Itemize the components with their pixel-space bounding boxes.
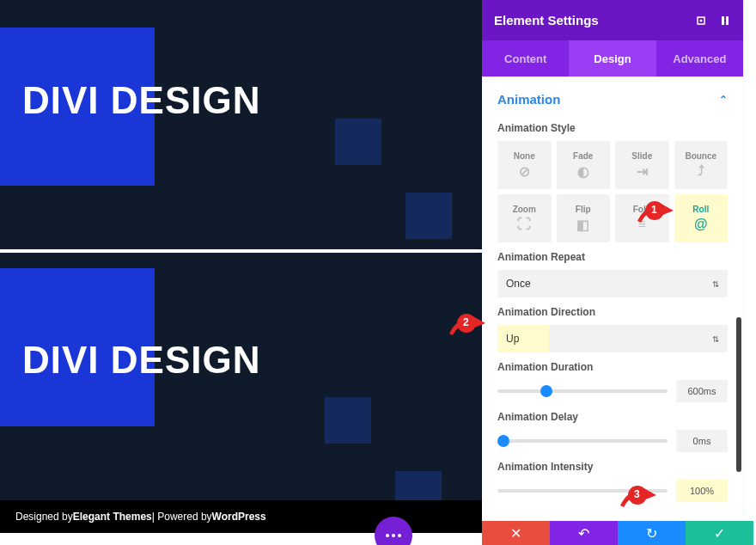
check-icon: ✓ (714, 525, 725, 542)
action-bar: ✕ ↶ ↻ ✓ (482, 521, 753, 545)
panel-body: Animation ⌃ Animation Style None⊘ Fade◐ … (482, 77, 743, 533)
decor-square (335, 119, 381, 165)
preview-block-2: DIVI DESIGN (0, 253, 482, 502)
bounce-icon: ⤴ (698, 163, 704, 179)
slider-animation-duration[interactable]: 600ms (497, 380, 728, 402)
slider-animation-intensity[interactable]: 100% (497, 480, 728, 502)
label-animation-duration: Animation Duration (497, 361, 728, 373)
style-zoom[interactable]: Zoom⛶ (497, 194, 552, 242)
dots-icon (386, 534, 401, 537)
style-none[interactable]: None⊘ (497, 141, 552, 189)
panel-header: Element Settings (482, 0, 743, 40)
slider-value[interactable]: 600ms (676, 380, 728, 402)
slider-track[interactable] (497, 389, 668, 393)
label-animation-direction: Animation Direction (497, 306, 728, 318)
animation-style-grid: None⊘ Fade◐ Slide⇥ Bounce⤴ Zoom⛶ Flip◧ F… (497, 141, 728, 242)
svg-point-1 (700, 19, 703, 21)
decor-square (405, 193, 452, 239)
callout-1: 1 (636, 193, 684, 228)
label-animation-intensity: Animation Intensity (497, 461, 728, 473)
snap-icon[interactable] (719, 15, 731, 27)
chevron-up-icon: ⌃ (719, 94, 728, 106)
roll-icon: @ (694, 217, 708, 232)
undo-button[interactable]: ↶ (550, 521, 618, 545)
select-arrows-icon: ⇅ (712, 334, 719, 344)
decor-square (325, 397, 371, 444)
redo-icon: ↻ (646, 525, 657, 542)
tabs: Content Design Advanced (482, 40, 743, 77)
section-toggle-animation[interactable]: Animation ⌃ (497, 89, 728, 113)
panel-title: Element Settings (494, 13, 599, 28)
hero-text: DIVI DESIGN (22, 339, 261, 382)
footer-text: Designed by (15, 511, 73, 523)
slide-icon: ⇥ (637, 163, 648, 180)
preview-canvas: DIVI DESIGN DIVI DESIGN (0, 0, 482, 500)
select-animation-repeat[interactable]: Once ⇅ (497, 270, 728, 297)
label-animation-repeat: Animation Repeat (497, 251, 728, 263)
zoom-icon: ⛶ (517, 217, 531, 232)
style-slide[interactable]: Slide⇥ (615, 141, 669, 189)
footer-brand: Elegant Themes (73, 511, 152, 523)
label-animation-delay: Animation Delay (497, 411, 728, 423)
footer-brand: WordPress (212, 511, 266, 523)
callout-3: 3 (619, 478, 667, 512)
tab-advanced[interactable]: Advanced (656, 40, 743, 77)
slider-thumb[interactable] (497, 435, 509, 447)
slider-value[interactable]: 0ms (676, 430, 728, 452)
expand-icon[interactable] (695, 15, 707, 27)
style-bounce[interactable]: Bounce⤴ (674, 141, 729, 189)
undo-icon: ↶ (578, 525, 589, 542)
tab-design[interactable]: Design (569, 40, 655, 77)
select-arrows-icon: ⇅ (712, 279, 719, 289)
fade-icon: ◐ (577, 163, 589, 180)
preview-block-1: DIVI DESIGN (0, 0, 482, 249)
footer-text: | Powered by (152, 511, 212, 523)
slider-track[interactable] (497, 439, 668, 443)
discard-button[interactable]: ✕ (482, 521, 550, 545)
slider-thumb[interactable] (540, 385, 552, 397)
save-button[interactable]: ✓ (686, 521, 753, 545)
settings-panel: Element Settings Content Design Advanced… (482, 0, 743, 533)
select-animation-direction[interactable]: Up ⇅ (497, 325, 728, 352)
style-fade[interactable]: Fade◐ (557, 141, 611, 189)
flip-icon: ◧ (576, 217, 589, 233)
close-icon: ✕ (510, 525, 521, 542)
section-title: Animation (497, 92, 560, 107)
slider-animation-delay[interactable]: 0ms (497, 430, 728, 452)
style-flip[interactable]: Flip◧ (557, 194, 611, 242)
redo-button[interactable]: ↻ (618, 521, 686, 545)
label-animation-style: Animation Style (497, 122, 728, 134)
svg-rect-2 (722, 16, 724, 25)
none-icon: ⊘ (519, 163, 530, 180)
panel-scrollbar[interactable] (736, 317, 741, 472)
hero-text: DIVI DESIGN (22, 79, 261, 122)
callout-2: 2 (448, 306, 496, 340)
tab-content[interactable]: Content (482, 40, 569, 77)
slider-value[interactable]: 100% (676, 480, 728, 502)
svg-rect-3 (726, 16, 729, 25)
